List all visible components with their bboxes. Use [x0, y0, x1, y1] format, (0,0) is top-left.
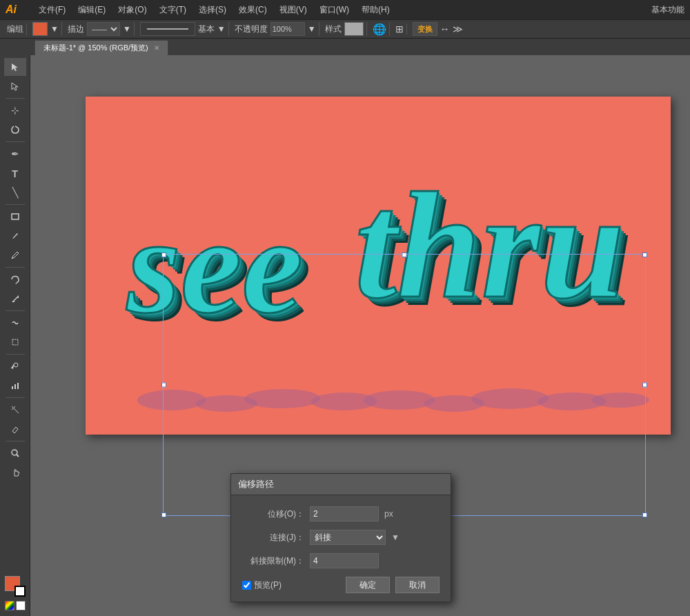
tool-rectangle[interactable]	[4, 208, 26, 226]
svg-point-10	[136, 390, 207, 410]
offset-path-dialog: 偏移路径 位移(O)： px 连接(J)： 斜接 圆角 斜切 ▼	[230, 473, 451, 602]
svg-line-9	[17, 455, 19, 457]
toolbar-transform-btn[interactable]: 变换	[413, 22, 437, 36]
svg-point-4	[11, 367, 13, 369]
menu-object[interactable]: 对象(O)	[112, 3, 152, 17]
toolbar-fill-icon: ▼	[50, 24, 59, 34]
tool-pen[interactable]: ✒	[4, 145, 26, 163]
svg-rect-6	[14, 384, 16, 389]
tab-bar: 未标题-1* @ 150% (RGB/预览) ✕	[0, 39, 690, 55]
miter-row: 斜接限制(M)：	[242, 553, 440, 568]
toolbar-style-label: 样式	[325, 23, 342, 35]
join-dropdown-icon: ▼	[391, 533, 400, 542]
join-label: 连接(J)：	[242, 532, 304, 544]
offset-row: 位移(O)： px	[242, 506, 440, 521]
tool-divider-4	[6, 267, 25, 268]
toolbar-stroke-preset-group: 基本 ▼	[137, 22, 229, 36]
stroke-preset-label: 基本	[198, 23, 215, 35]
toolbar-opacity-group: 不透明度 ▼	[232, 22, 319, 36]
color-mode-icon[interactable]	[5, 601, 14, 610]
svg-point-14	[363, 390, 436, 410]
tool-zoom[interactable]	[4, 444, 26, 462]
toolbar-stroke-select[interactable]: ——	[87, 22, 120, 36]
tools-panel: ⊹ ✒ T ╲	[0, 55, 30, 616]
menu-effect[interactable]: 效果(C)	[233, 3, 273, 17]
toolbar-opacity-input[interactable]	[270, 22, 305, 36]
toolbar-web-group: 🌐	[370, 23, 390, 36]
svg-rect-7	[17, 383, 19, 389]
tool-slice[interactable]	[4, 401, 26, 419]
artwork-see-text: see	[127, 186, 303, 344]
toolbar-color-group: ▼	[30, 22, 62, 36]
dialog-cancel-btn[interactable]: 取消	[395, 577, 440, 593]
tool-eraser[interactable]	[4, 420, 26, 438]
menu-file[interactable]: 文件(F)	[33, 3, 71, 17]
menu-select[interactable]: 选择(S)	[193, 3, 232, 17]
toolbar-transform-group: 变换 ↔ ≫	[410, 22, 466, 36]
preview-checkbox-label: 预览(P)	[242, 579, 282, 591]
dialog-body: 位移(O)： px 连接(J)： 斜接 圆角 斜切 ▼ 斜接限制(M)：	[231, 495, 451, 602]
canvas-area[interactable]: see thru	[30, 55, 690, 616]
toolbar-mode-label: 编组	[7, 23, 23, 35]
tool-divider-1	[6, 98, 25, 99]
miter-input[interactable]	[310, 553, 379, 568]
menu-type[interactable]: 文字(T)	[154, 3, 192, 17]
tab-document[interactable]: 未标题-1* @ 150% (RGB/预览) ✕	[34, 40, 168, 55]
svg-line-1	[14, 298, 17, 300]
tool-symbol-sprayer[interactable]	[4, 357, 26, 375]
svg-point-3	[14, 363, 18, 367]
stroke-line	[147, 28, 188, 30]
tool-free-transform[interactable]	[4, 333, 26, 351]
tab-close-btn[interactable]: ✕	[154, 44, 159, 52]
svg-point-16	[471, 388, 550, 409]
toolbar-align-icon[interactable]: ↔	[440, 23, 450, 34]
dialog-title: 偏移路径	[231, 474, 451, 495]
menu-edit[interactable]: 编辑(E)	[72, 3, 111, 17]
toolbar-arrange-icon[interactable]: ⊞	[395, 23, 404, 34]
tool-lasso[interactable]	[4, 121, 26, 139]
menu-view[interactable]: 视图(V)	[274, 3, 313, 17]
join-select[interactable]: 斜接 圆角 斜切	[310, 530, 386, 545]
style-swatch[interactable]	[344, 22, 364, 36]
handle-bottom-left[interactable]	[161, 513, 166, 517]
toolbar-mode-group: 编组	[4, 23, 27, 35]
tool-divider-7	[6, 397, 25, 398]
offset-input[interactable]	[310, 506, 379, 521]
tool-line[interactable]: ╲	[4, 183, 26, 201]
toolbar-stroke-icon: ▼	[123, 24, 131, 34]
toolbar-more-icon[interactable]: ≫	[453, 23, 463, 34]
tool-selection[interactable]	[4, 58, 26, 76]
dialog-ok-btn[interactable]: 确定	[346, 577, 390, 593]
svg-rect-2	[12, 339, 18, 345]
toolbar-web-icon[interactable]: 🌐	[373, 23, 386, 36]
menu-window[interactable]: 窗口(W)	[314, 3, 355, 17]
toolbar: 编组 ▼ 描边 —— ▼ 基本 ▼ 不透明度 ▼ 样式 🌐 ⊞ 变换 ↔ ≫	[0, 19, 690, 39]
tool-pencil[interactable]	[4, 246, 26, 264]
tab-label: 未标题-1* @ 150% (RGB/预览)	[43, 43, 148, 53]
tool-hand[interactable]	[4, 464, 26, 481]
tool-magic-wand[interactable]: ⊹	[4, 101, 26, 119]
join-row: 连接(J)： 斜接 圆角 斜切 ▼	[242, 530, 440, 545]
tool-paintbrush[interactable]	[4, 227, 26, 245]
artboard: see thru	[86, 97, 671, 435]
svg-point-12	[244, 389, 321, 408]
tool-direct-selection[interactable]	[4, 77, 26, 95]
tool-rotate[interactable]	[4, 270, 26, 288]
toolbar-opacity-label: 不透明度	[235, 23, 268, 35]
handle-bottom-right[interactable]	[642, 513, 647, 517]
offset-label: 位移(O)：	[242, 508, 304, 520]
main-layout: ⊹ ✒ T ╲	[0, 55, 690, 616]
tool-scale[interactable]	[4, 290, 26, 308]
preview-checkbox[interactable]	[242, 581, 251, 590]
toolbar-opacity-dropdown-icon: ▼	[308, 24, 316, 34]
fill-color-swatch[interactable]	[32, 22, 48, 36]
tool-warp[interactable]	[4, 314, 26, 332]
shadow-svg	[134, 359, 658, 428]
stroke-color-indicator[interactable]	[14, 586, 26, 597]
toolbar-style-group: 样式	[322, 22, 367, 36]
tool-type[interactable]: T	[4, 164, 26, 182]
menu-help[interactable]: 帮助(H)	[356, 3, 395, 17]
tool-column-graph[interactable]	[4, 377, 26, 395]
none-fill-icon[interactable]	[16, 601, 26, 610]
tool-colors	[2, 573, 28, 613]
